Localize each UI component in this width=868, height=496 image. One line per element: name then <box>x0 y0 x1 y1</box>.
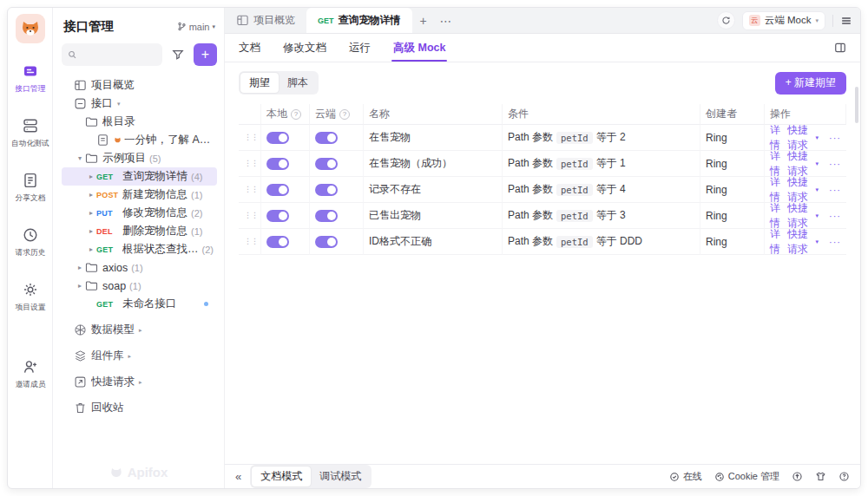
tree-item[interactable]: 根目录 <box>62 113 217 131</box>
row-more-icon[interactable]: ··· <box>829 211 841 221</box>
tree-item[interactable]: ▸axios(1) <box>62 258 217 277</box>
subtab-2[interactable]: 运行 <box>349 34 371 62</box>
column-header-2: 云端? <box>310 104 364 125</box>
add-api-button[interactable]: + <box>194 43 217 66</box>
rail-item-share-docs[interactable]: 分享文档 <box>10 172 51 204</box>
apifox-logo-icon[interactable] <box>16 14 45 43</box>
cloud-toggle[interactable] <box>315 210 338 222</box>
tree-section-item[interactable]: 回收站 <box>62 399 217 417</box>
segment-0[interactable]: 期望 <box>240 73 279 93</box>
detail-link[interactable]: 详情 <box>770 149 784 179</box>
rail-item-invite-member[interactable]: 邀请成员 <box>14 358 47 390</box>
mock-env-selector[interactable]: 云 云端 Mock ▾ <box>742 11 825 30</box>
help-icon[interactable] <box>838 471 850 482</box>
tree-section-item[interactable]: 组件库▸ <box>62 347 217 365</box>
tree-api-item[interactable]: ▸GET根据状态查找宠物列表(2) <box>62 240 217 258</box>
subtab-1[interactable]: 修改文档 <box>283 34 326 62</box>
tree-item-label: 新建宠物信息 <box>122 187 187 202</box>
tree-item-label: 未命名接口 <box>122 297 177 311</box>
row-drag-handle[interactable]: ⋮⋮ <box>239 229 261 255</box>
local-toggle[interactable] <box>266 210 289 222</box>
tree-item[interactable]: 一分钟，了解 Apifox！ <box>62 131 217 149</box>
tree-api-item[interactable]: ▸POST新建宠物信息(1) <box>62 186 217 204</box>
apibox-icon <box>74 97 87 110</box>
split-view-icon[interactable] <box>834 42 846 54</box>
quick-icon <box>74 375 87 388</box>
quick-request-link[interactable]: 快捷请求▾ <box>787 201 819 231</box>
tree-item[interactable]: 接口▾ <box>62 95 217 113</box>
online-status[interactable]: 在线 <box>669 470 702 483</box>
branch-selector[interactable]: main ▾ <box>177 22 215 32</box>
cloud-toggle[interactable] <box>315 132 338 144</box>
new-tab-button[interactable]: + <box>412 8 435 33</box>
row-drag-handle[interactable]: ⋮⋮ <box>239 177 261 203</box>
quick-request-link[interactable]: 快捷请求▾ <box>787 123 819 153</box>
tree-api-item[interactable]: ▸PUT修改宠物信息(2) <box>62 204 217 222</box>
rail-item-automation-test[interactable]: 自动化测试 <box>10 117 51 149</box>
local-toggle[interactable] <box>266 184 289 196</box>
row-more-icon[interactable]: ··· <box>829 185 841 195</box>
chevron-right-icon: ▸ <box>128 353 132 360</box>
row-more-icon[interactable]: ··· <box>829 133 841 143</box>
hamburger-menu-icon[interactable] <box>840 15 852 27</box>
subtab-0[interactable]: 文档 <box>239 34 260 62</box>
tree-section-item[interactable]: 快捷请求▸ <box>62 373 217 391</box>
local-toggle[interactable] <box>266 132 289 144</box>
tree-api-item[interactable]: ▸DEL删除宠物信息(1) <box>62 222 217 240</box>
new-expectation-button[interactable]: + 新建期望 <box>775 72 846 95</box>
detail-link[interactable]: 详情 <box>770 227 784 257</box>
tree-item[interactable]: 项目概览 <box>62 76 217 95</box>
tree-item[interactable]: ▸soap(1) <box>62 277 217 295</box>
rail-item-request-history[interactable]: 请求历史 <box>10 226 51 258</box>
tree-item-count: (4) <box>191 172 202 182</box>
local-toggle[interactable] <box>266 236 289 248</box>
updates-icon[interactable] <box>792 471 803 482</box>
expectation-name: 已售出宠物 <box>364 203 503 229</box>
help-circle-icon[interactable]: ? <box>339 109 350 120</box>
scrollbar-thumb[interactable] <box>855 87 858 123</box>
row-more-icon[interactable]: ··· <box>829 159 841 169</box>
column-header-handle <box>239 104 261 125</box>
row-drag-handle[interactable]: ⋮⋮ <box>239 151 261 177</box>
cloud-toggle[interactable] <box>315 184 338 196</box>
refresh-icon[interactable] <box>717 11 735 29</box>
quick-request-link[interactable]: 快捷请求▾ <box>787 175 819 205</box>
mode-0[interactable]: 文档模式 <box>252 467 311 486</box>
search-icon <box>68 49 76 60</box>
tab-overview[interactable]: 项目概览 <box>225 8 306 33</box>
tree-api-item[interactable]: GET未命名接口 <box>62 295 217 313</box>
cloud-toggle[interactable] <box>315 236 338 248</box>
detail-link[interactable]: 详情 <box>770 123 784 153</box>
local-toggle[interactable] <box>266 158 289 170</box>
cookie-manager[interactable]: Cookie 管理 <box>714 470 779 483</box>
row-drag-handle[interactable]: ⋮⋮ <box>239 125 261 151</box>
segment-1[interactable]: 脚本 <box>279 73 317 93</box>
tab-api[interactable]: GET查询宠物详情 <box>306 8 412 33</box>
theme-icon[interactable] <box>815 471 826 482</box>
subtab-3[interactable]: 高级 Mock <box>393 34 445 62</box>
quick-request-link[interactable]: 快捷请求▾ <box>787 227 819 257</box>
tree-section-item[interactable]: 数据模型▸ <box>62 321 217 339</box>
column-header-3: 名称 <box>364 104 503 125</box>
tab-more-button[interactable]: ⋯ <box>435 8 457 33</box>
rail-item-api-management[interactable]: 接口管理 <box>10 62 51 95</box>
collapse-sidebar-icon[interactable]: « <box>235 470 241 483</box>
mode-1[interactable]: 调试模式 <box>311 467 370 486</box>
quick-request-link[interactable]: 快捷请求▾ <box>787 149 819 179</box>
tree-item-label: 一分钟，了解 Apifox！ <box>124 133 214 147</box>
column-header-4: 条件 <box>503 104 700 125</box>
detail-link[interactable]: 详情 <box>770 175 784 205</box>
cloud-toggle[interactable] <box>315 158 338 170</box>
row-more-icon[interactable]: ··· <box>829 237 841 247</box>
row-drag-handle[interactable]: ⋮⋮ <box>239 203 261 229</box>
tree-item-label: 根据状态查找宠物列表 <box>122 242 199 257</box>
tree-item[interactable]: ▾示例项目(5) <box>62 149 217 167</box>
expectation-name: 在售宠物（成功） <box>364 151 503 177</box>
detail-link[interactable]: 详情 <box>770 201 784 231</box>
creator-cell: Ring <box>700 203 765 229</box>
filter-icon[interactable] <box>168 44 188 65</box>
search-input[interactable] <box>62 43 162 66</box>
tree-api-item[interactable]: ▸GET查询宠物详情(4) <box>62 167 217 186</box>
rail-item-project-settings[interactable]: 项目设置 <box>10 281 51 313</box>
help-circle-icon[interactable]: ? <box>291 109 301 120</box>
